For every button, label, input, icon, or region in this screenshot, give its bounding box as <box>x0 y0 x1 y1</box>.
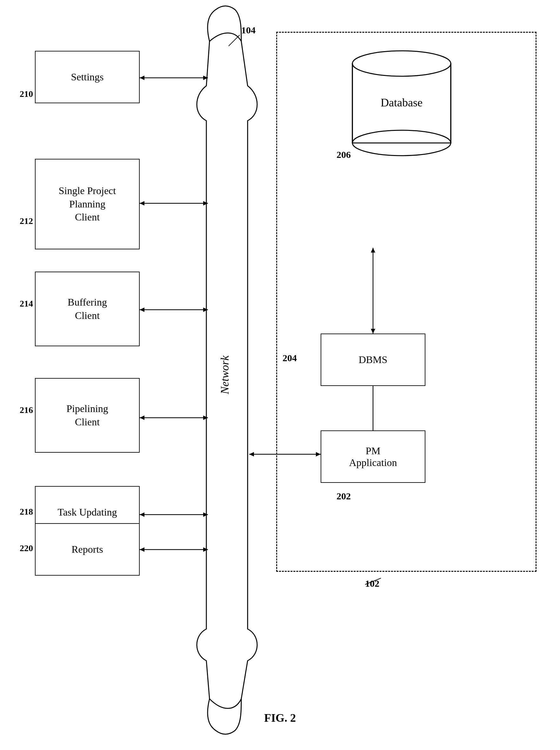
network-shape: Network <box>197 6 257 734</box>
svg-marker-4 <box>140 76 144 80</box>
dbms-box: DBMS <box>320 334 426 386</box>
ref-204: 204 <box>283 353 297 363</box>
ref-202: 202 <box>336 491 351 501</box>
dbms-label: DBMS <box>359 354 388 366</box>
ref-210: 210 <box>20 89 33 99</box>
pm-application-box: PM Application <box>320 430 426 483</box>
svg-text:Network: Network <box>219 355 231 395</box>
ref-220: 220 <box>20 543 33 553</box>
network-ref-label: 104 <box>241 25 255 35</box>
svg-point-31 <box>352 51 451 76</box>
svg-marker-22 <box>249 452 254 456</box>
svg-text:Database: Database <box>381 96 422 109</box>
single-project-label: Single Project Planning Client <box>59 184 116 224</box>
svg-line-28 <box>365 578 381 585</box>
ref-212: 212 <box>20 216 33 226</box>
ref-218: 218 <box>20 507 33 517</box>
reports-box: Reports <box>35 523 140 576</box>
single-project-box: Single Project Planning Client <box>35 159 140 249</box>
svg-marker-19 <box>140 547 144 552</box>
diagram: Network 104 <box>0 0 560 750</box>
svg-marker-16 <box>140 512 144 517</box>
settings-box: Settings <box>35 51 140 103</box>
ref-206: 206 <box>336 149 351 160</box>
pipelining-box: Pipelining Client <box>35 378 140 453</box>
ref-214: 214 <box>20 299 33 309</box>
svg-marker-18 <box>203 547 208 552</box>
svg-marker-13 <box>140 415 144 420</box>
svg-marker-12 <box>203 415 208 420</box>
settings-label: Settings <box>71 71 103 84</box>
pipelining-label: Pipelining Client <box>66 402 108 429</box>
fig-caption: FIG. 2 <box>0 711 560 725</box>
pm-app-label: PM Application <box>349 445 397 469</box>
database-cylinder: Database <box>346 38 457 159</box>
svg-marker-10 <box>140 308 144 312</box>
buffering-label: Buffering Client <box>68 296 107 322</box>
svg-marker-7 <box>140 201 144 205</box>
ref-216: 216 <box>20 405 33 415</box>
ref-102-arrow <box>349 575 387 588</box>
task-updating-label: Task Updating <box>58 506 117 519</box>
svg-line-1 <box>229 35 240 46</box>
svg-marker-15 <box>203 512 208 517</box>
svg-marker-6 <box>203 201 208 205</box>
buffering-box: Buffering Client <box>35 272 140 346</box>
reports-label: Reports <box>71 543 103 556</box>
svg-marker-9 <box>203 308 208 312</box>
figure-title: FIG. 2 <box>264 712 296 724</box>
